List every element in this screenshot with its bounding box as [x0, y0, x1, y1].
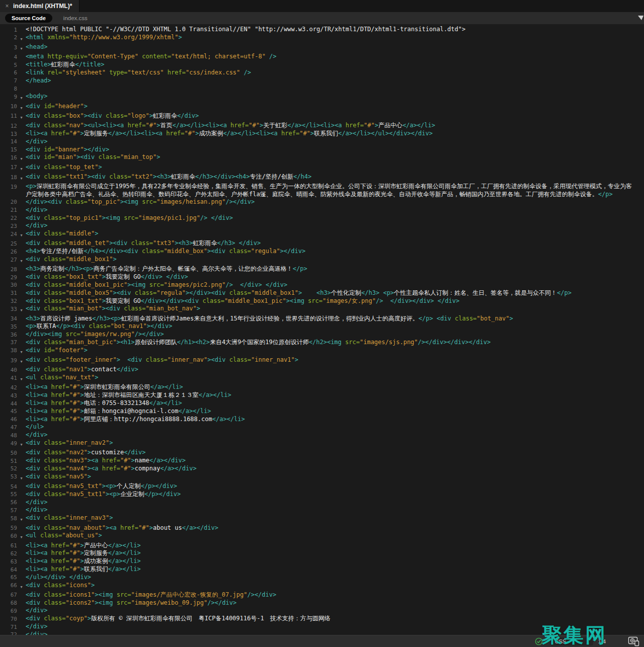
code-text[interactable]: <div class="middle_box5"><div class="reg… — [26, 289, 644, 297]
code-line[interactable]: 6<link rel="stylesheet" type="text/css" … — [0, 69, 644, 77]
code-text[interactable]: <div class="icons1"><img src="images/产品中… — [26, 591, 644, 599]
code-line[interactable]: 13<li><a href="#">定制服务</a></li><li><a hr… — [0, 130, 644, 138]
code-text[interactable]: <title>虹彩雨伞</title> — [26, 61, 644, 68]
code-line[interactable]: 68<div class="icons2"><img src="images/w… — [0, 599, 644, 607]
code-text[interactable]: <div class="nav2">customize</div> — [26, 449, 644, 456]
fold-arrow-icon[interactable]: ▼ — [17, 582, 26, 591]
code-line[interactable]: 36</div><img src="images/rw.png"/></div> — [0, 331, 644, 339]
code-text[interactable]: <link rel="stylesheet" type="text/css" h… — [26, 69, 644, 76]
fold-arrow-icon[interactable]: ▼ — [17, 34, 26, 43]
fold-arrow-icon[interactable]: ▼ — [17, 305, 26, 314]
code-line[interactable]: 43<li><a href="#">地址：深圳市福田区南天大厦１栋２１３室</a… — [0, 391, 644, 399]
code-line[interactable]: 34<h3>首席设计师 james</h3><p>虹彩雨伞首席设计师James来… — [0, 315, 644, 323]
code-line[interactable]: 31<div class="middle_box5"><div class="r… — [0, 289, 644, 297]
fold-arrow-icon[interactable]: ▼ — [17, 43, 26, 53]
code-text[interactable]: <div class="inner_nav2"> — [26, 439, 644, 447]
code-line[interactable]: 5<title>虹彩雨伞</title> — [0, 61, 644, 69]
code-line[interactable]: 66▼<div class="icons"> — [0, 582, 644, 591]
code-text[interactable]: <html xmlns="http://www.w3.org/1999/xhtm… — [26, 34, 644, 41]
code-text[interactable]: <div class="nav3"><a href="#">name</a></… — [26, 457, 644, 464]
code-text[interactable]: <div class="mian_bot_pic"><h1>原创设计师团队</h… — [26, 339, 644, 346]
syntax-mode-button[interactable]: CSS — [550, 637, 593, 645]
code-line[interactable]: 33▼<div class="mian_bot"><div class="mia… — [0, 305, 644, 314]
code-text[interactable]: <div class="nav5_txt"><p>个人定制</p></div> — [26, 482, 644, 490]
code-line[interactable]: 72</div> — [0, 631, 644, 635]
code-line[interactable]: 3▼<head> — [0, 43, 644, 53]
code-text[interactable]: <div class="box1_txt">我要定制 GO</div></div… — [26, 297, 644, 305]
code-line[interactable]: 9▼<body> — [0, 93, 644, 102]
code-text[interactable]: <div id="mian"><div class="mian_top"> — [26, 153, 644, 161]
code-text[interactable]: <div class="icons2"><img src="images/wei… — [26, 599, 644, 607]
code-text[interactable]: <div class="txt1"><div class="txt2"><h3>… — [26, 173, 644, 181]
code-line[interactable]: 46<li><a href="#">阿里店铺：http://hongcai888… — [0, 416, 644, 424]
code-line[interactable]: 47</ul> — [0, 423, 644, 431]
fold-arrow-icon[interactable]: ▼ — [17, 103, 26, 112]
code-text[interactable]: <h3>首席设计师 james</h3><p>虹彩雨伞首席设计师James来自意… — [26, 315, 644, 322]
code-text[interactable]: <meta http-equiv="Content-Type" content=… — [26, 53, 644, 60]
code-line[interactable]: 52<div class="nav4"><a href="#">compnay<… — [0, 465, 644, 473]
code-text[interactable]: <div class="coyp">版权所有 © 深圳市虹彩雨伞有限公司 粤IC… — [26, 615, 644, 622]
code-line[interactable]: 63<li><a href="#">成功案例</a></li> — [0, 557, 644, 565]
code-line[interactable]: 58▼<div class="inner_nav3"> — [0, 514, 644, 524]
code-text[interactable]: <div class="middle_tet"><div class="txt3… — [26, 239, 644, 247]
code-line[interactable]: 60▼<ul class="about_us"> — [0, 532, 644, 541]
code-text[interactable]: <div class="nav5"> — [26, 473, 644, 480]
fold-arrow-icon[interactable]: ▼ — [17, 356, 26, 366]
code-line[interactable]: 61<li><a href="#">产品中心</a></li> — [0, 542, 644, 550]
code-line[interactable]: 54<div class="nav5_txt"><p>个人定制</p></div… — [0, 482, 644, 491]
code-text[interactable]: <p>联系TA</p><div class="bot_nav1"></div> — [26, 322, 644, 330]
code-text[interactable]: <div class="nav_about"><a href="#">about… — [26, 524, 644, 532]
code-text[interactable]: <li><a href="#">地址：深圳市福田区南天大厦１栋２１３室</a><… — [26, 391, 644, 399]
code-line[interactable]: 7</head> — [0, 77, 644, 85]
code-text[interactable]: </div> — [26, 222, 644, 229]
code-line[interactable]: 69</div> — [0, 607, 644, 615]
fold-arrow-icon[interactable]: ▼ — [17, 93, 26, 102]
code-line[interactable]: 25<div class="middle_tet"><div class="tx… — [0, 239, 644, 248]
code-text[interactable]: <div class="nav4"><a href="#">compnay</a… — [26, 465, 644, 472]
code-line[interactable]: 16▼<div id="mian"><div class="mian_top"> — [0, 153, 644, 163]
fold-arrow-icon[interactable]: ▼ — [17, 514, 26, 524]
code-editor[interactable]: 1<!DOCTYPE html PUBLIC "-//W3C//DTD XHTM… — [0, 24, 644, 635]
code-line[interactable]: 23</div> — [0, 222, 644, 230]
code-line[interactable]: 20</div><div class="top_pic"><img src="i… — [0, 198, 644, 206]
code-text[interactable]: <div class="icons"> — [26, 582, 644, 589]
code-text[interactable]: <ul class="nav_txt"> — [26, 374, 644, 381]
code-text[interactable]: <div class="nav1">contact</div> — [26, 366, 644, 373]
code-text[interactable]: <div class="footer_inner"> <div class="i… — [26, 356, 644, 364]
code-text[interactable]: <li><a href="#">联系我们</a></li> — [26, 565, 644, 573]
code-text[interactable]: </div> — [26, 499, 644, 506]
fold-arrow-icon[interactable]: ▼ — [17, 256, 26, 265]
code-text[interactable]: <div class="middle_box1_pic"><img src="i… — [26, 281, 644, 289]
code-text[interactable]: <div class="nav"><ul><li><a href="#">首页<… — [26, 122, 644, 129]
code-line[interactable]: 22<div class="top_pic1"><img src="images… — [0, 214, 644, 222]
code-text[interactable]: <li><a href="#">定制服务</a></li> — [26, 549, 644, 557]
code-line[interactable]: 24▼<div class="middle"> — [0, 230, 644, 239]
code-line[interactable]: 15<div id="banner"></div> — [0, 146, 644, 154]
code-line[interactable]: 35<p>联系TA</p><div class="bot_nav1"></div… — [0, 322, 644, 331]
code-line[interactable]: 19<p>深圳虹彩雨伞有限公司成立于1995年，具有22多年专业制伞经验，集雨伞… — [0, 183, 644, 198]
code-line[interactable]: 37<div class="mian_bot_pic"><h1>原创设计师团队<… — [0, 339, 644, 347]
code-line[interactable]: 44<li><a href="#">电话：0755-83321348</a></… — [0, 399, 644, 408]
code-line[interactable]: 45<li><a href="#">邮箱：hongcai@hogncai-l.c… — [0, 408, 644, 416]
code-line[interactable]: 53▼<div class="nav5"> — [0, 473, 644, 482]
code-text[interactable]: <div id="header"> — [26, 103, 644, 110]
code-line[interactable]: 26<h4>专注/坚持/创新</h4></div><div class="mid… — [0, 248, 644, 256]
code-line[interactable]: 11▼<div class="box"><div class="logo">虹彩… — [0, 112, 644, 122]
code-text[interactable]: <div class="middle_box1"> — [26, 256, 644, 263]
overflow-indicator-icon[interactable] — [638, 16, 643, 20]
fold-arrow-icon[interactable]: ▼ — [17, 112, 26, 122]
browser-preview-icon[interactable] — [628, 636, 640, 646]
code-line[interactable]: 42<li><a href="#">深圳市虹彩雨伞有限公司</a></li> — [0, 383, 644, 391]
code-text[interactable]: </div> — [26, 431, 644, 439]
code-text[interactable]: </div> — [26, 138, 644, 145]
fold-arrow-icon[interactable]: ▼ — [17, 439, 26, 449]
code-text[interactable]: <div class="box"><div class="logo">虹彩雨伞<… — [26, 112, 644, 120]
code-line[interactable]: 48</div> — [0, 431, 644, 439]
code-line[interactable]: 55<div class="nav5_txt1"><p>企业定制</p></di… — [0, 491, 644, 499]
code-line[interactable]: 10▼<div id="header"> — [0, 103, 644, 112]
code-line[interactable]: 59<div class="nav_about"><a href="#">abo… — [0, 524, 644, 532]
fold-arrow-icon[interactable]: ▼ — [17, 473, 26, 482]
code-text[interactable]: <h4>专注/坚持/创新</h4></div><div class="middl… — [26, 248, 644, 255]
fold-arrow-icon[interactable]: ▼ — [17, 164, 26, 173]
code-line[interactable]: 67<div class="icons1"><img src="images/产… — [0, 591, 644, 599]
